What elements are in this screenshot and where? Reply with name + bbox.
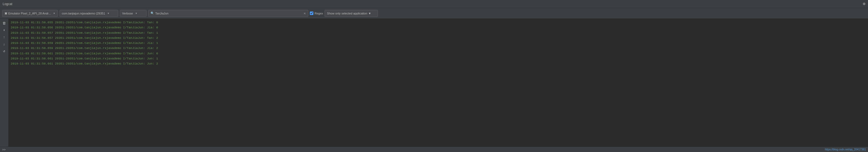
- log-line: 2019-11-03 01:31:58.657 29351-29351/com.…: [8, 35, 868, 41]
- device-dropdown[interactable]: ▣ Emulator Pixel_2_API_28 Andr... ▼: [2, 10, 58, 17]
- regex-container: Regex: [310, 11, 323, 15]
- show-selected-arrow: ▼: [368, 12, 371, 15]
- log-level-dropdown[interactable]: Verbose ▼: [120, 10, 147, 17]
- log-line: 2019-11-03 01:31:58.661 29351-29351/com.…: [8, 51, 868, 56]
- scroll-up-button[interactable]: ↑: [1, 34, 7, 40]
- log-line: 2019-11-03 01:31:58.655 29351-29351/com.…: [8, 20, 868, 25]
- log-line: 2019-11-03 01:31:58.659 29351-29351/com.…: [8, 41, 868, 46]
- reset-button[interactable]: ↺: [1, 48, 7, 54]
- log-line: 2019-11-03 01:31:58.661 29351-29351/com.…: [8, 61, 868, 66]
- device-dropdown-arrow: ▼: [53, 12, 56, 15]
- search-input[interactable]: [155, 12, 303, 15]
- show-selected-text: Show only selected application: [327, 12, 367, 15]
- search-box: 🔍 ✕: [148, 10, 308, 17]
- app-dropdown-text: com.tanjiajun.rxjavademo (29351: [62, 12, 105, 15]
- scroll-down-button[interactable]: ↓: [1, 41, 7, 47]
- app-dropdown-arrow: ▼: [107, 12, 110, 15]
- log-area[interactable]: 2019-11-03 01:31:58.655 29351-29351/com.…: [8, 19, 868, 147]
- search-icon: 🔍: [151, 11, 154, 15]
- clear-logcat-button[interactable]: 🗑: [1, 20, 7, 26]
- blog-link[interactable]: https://blog.csdn.net/qq_20417381: [825, 148, 866, 151]
- device-dropdown-text: Emulator Pixel_2_API_28 Andr...: [8, 12, 51, 15]
- bottom-bar: >> https://blog.csdn.net/qq_20417381: [0, 147, 868, 152]
- left-toolbar: 🗑 ⬇ ↑ ↓ ↺: [0, 19, 8, 152]
- settings-icon[interactable]: ⚙: [863, 1, 865, 6]
- toolbar: ▣ Emulator Pixel_2_API_28 Andr... ▼ com.…: [0, 8, 868, 19]
- title-bar: Logcat ⚙: [0, 0, 868, 8]
- regex-checkbox[interactable]: [310, 11, 313, 15]
- expand-button[interactable]: >>: [2, 148, 6, 151]
- log-level-text: Verbose: [122, 12, 133, 15]
- log-line: 2019-11-03 01:31:58.656 29351-29351/com.…: [8, 25, 868, 30]
- log-line: 2019-11-03 01:31:58.661 29351-29351/com.…: [8, 56, 868, 61]
- app-title: Logcat: [3, 2, 12, 6]
- regex-label: Regex: [315, 12, 323, 15]
- scroll-end-button[interactable]: ⬇: [1, 27, 7, 33]
- show-selected-dropdown[interactable]: Show only selected application ▼: [324, 10, 378, 17]
- device-icon: ▣: [4, 11, 7, 15]
- search-clear-icon[interactable]: ✕: [304, 11, 306, 16]
- app-dropdown[interactable]: com.tanjiajun.rxjavademo (29351 ▼: [60, 10, 118, 17]
- log-line: 2019-11-03 01:31:58.659 29351-29351/com.…: [8, 46, 868, 51]
- log-line: 2019-11-03 01:31:58.657 29351-29351/com.…: [8, 30, 868, 35]
- log-level-arrow: ▼: [135, 12, 137, 15]
